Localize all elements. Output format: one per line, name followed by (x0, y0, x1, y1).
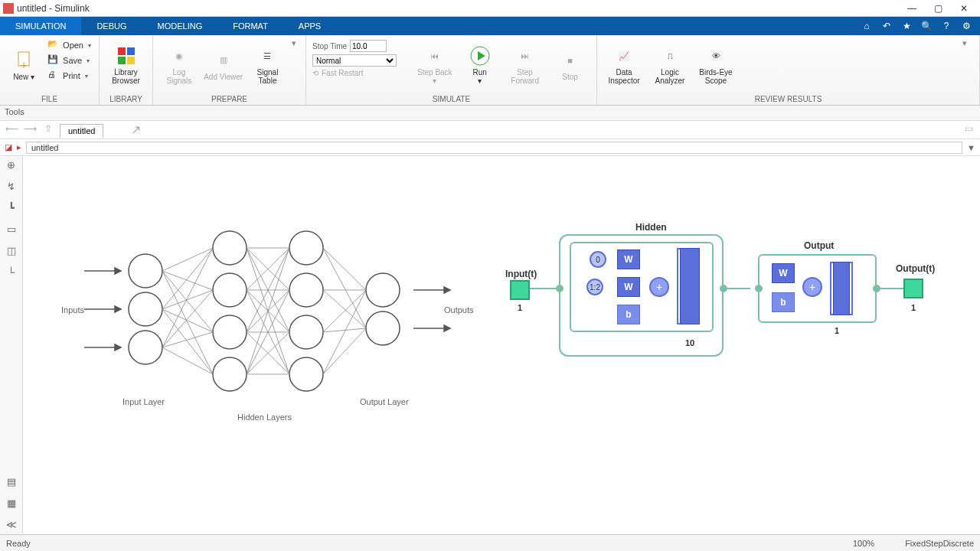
model-canvas[interactable]: Inputs Outputs Input Layer Hidden Layers… (23, 156, 980, 534)
inputs-label: Inputs (61, 305, 84, 315)
status-ready: Ready (6, 539, 31, 548)
data-inspector-icon: 📈 (613, 45, 635, 67)
new-button[interactable]: + New ▾ (6, 38, 41, 92)
hidden-size-label: 10 (685, 338, 694, 347)
print-label: Print (63, 71, 80, 80)
palette-tool-2-icon[interactable]: ┗ (4, 202, 19, 217)
library-browser-button[interactable]: Library Browser (106, 38, 146, 92)
nav-back-button[interactable]: ⟵ (5, 123, 18, 137)
tab-overflow-icon[interactable]: ↗ (131, 122, 141, 137)
hidden-layers-label: Hidden Layers (237, 412, 292, 422)
svg-line-59 (323, 248, 366, 290)
settings-icon[interactable]: ⚙ (960, 20, 972, 32)
svg-line-63 (323, 290, 366, 332)
zoom-fit-icon[interactable]: ⊕ (4, 159, 19, 174)
status-zoom[interactable]: 100% (853, 539, 874, 548)
home-icon[interactable]: ⌂ (861, 20, 873, 32)
delay-0-block[interactable]: 0 (590, 251, 606, 268)
input-port-block[interactable] (510, 280, 530, 300)
svg-rect-5 (127, 57, 135, 64)
hidden-w1-block[interactable]: W (617, 249, 640, 269)
svg-line-62 (323, 290, 366, 328)
svg-text:+: + (21, 59, 27, 70)
hierarchy-icon[interactable]: ▸ (17, 142, 21, 152)
hidden-sum-block[interactable]: + (649, 277, 669, 297)
sim-mode-select[interactable]: Normal (312, 54, 397, 67)
breadcrumb[interactable]: untitled (26, 142, 962, 154)
svg-marker-13 (115, 344, 121, 350)
tab-format[interactable]: FORMAT (217, 17, 283, 35)
nav-forward-button[interactable]: ⟶ (23, 123, 37, 137)
open-label: Open (63, 41, 83, 50)
tab-simulation[interactable]: SIMULATION (0, 17, 81, 35)
delay-12-block[interactable]: 1:2 (586, 279, 603, 295)
library-browser-label: Library Browser (106, 68, 146, 85)
log-signals-label: Log Signals (159, 68, 199, 85)
close-button[interactable]: ✕ (951, 3, 977, 14)
search-icon[interactable]: 🔍 (920, 20, 933, 32)
document-tab[interactable]: untitled (60, 124, 103, 138)
log-signals-icon: ◉ (168, 45, 190, 67)
run-icon (469, 45, 491, 67)
output-tall-block[interactable] (833, 262, 850, 315)
palette-tool-4-icon[interactable]: ◫ (4, 245, 19, 260)
stop-icon: ■ (560, 50, 581, 71)
palette-bottom-1-icon[interactable]: ▤ (4, 476, 19, 491)
save-icon: 💾 (47, 54, 60, 67)
open-button[interactable]: 📂Open▾ (46, 38, 93, 52)
step-back-button[interactable]: ⏮ Step Back ▾ (414, 38, 455, 92)
hidden-b-block[interactable]: b (617, 305, 640, 324)
undo-icon[interactable]: ↶ (880, 20, 893, 32)
output-w-block[interactable]: W (772, 263, 795, 283)
run-button[interactable]: Run▾ (459, 38, 500, 92)
print-button[interactable]: 🖨Print▾ (46, 69, 93, 83)
nav-up-button[interactable]: ⇧ (41, 123, 55, 137)
step-forward-button[interactable]: ⏭ Step Forward (505, 38, 545, 92)
palette-tool-1-icon[interactable]: ↯ (4, 181, 19, 196)
palette-tool-5-icon[interactable]: └ (4, 266, 19, 282)
help-icon[interactable]: ? (940, 20, 952, 32)
svg-point-20 (129, 331, 162, 364)
simulate-group-label: SIMULATE (312, 93, 590, 103)
palette-tool-3-icon[interactable]: ▭ (4, 223, 19, 239)
stop-time-label: Stop Time (312, 42, 347, 51)
birds-eye-scope-button[interactable]: 👁 Birds-Eye Scope (695, 38, 737, 92)
hidden-tall-block[interactable] (680, 248, 700, 324)
favorite-icon[interactable]: ★ (900, 20, 913, 32)
step-back-icon: ⏮ (424, 45, 446, 67)
status-solver[interactable]: FixedStepDiscrete (905, 539, 974, 548)
output-out-node (873, 285, 880, 292)
step-forward-icon: ⏭ (514, 45, 536, 67)
output-sum-block[interactable]: + (802, 277, 822, 297)
stop-button[interactable]: ■ Stop (550, 38, 590, 92)
signal-table-button[interactable]: ☰ Signal Table (248, 38, 288, 92)
svg-point-29 (366, 273, 400, 307)
tab-menu-icon[interactable]: ▭ (962, 123, 975, 137)
breadcrumb-dropdown-icon[interactable]: ▼ (967, 143, 975, 152)
svg-marker-11 (115, 306, 121, 312)
hidden-out-node (720, 285, 727, 292)
tab-modeling[interactable]: MODELING (142, 17, 218, 35)
svg-marker-17 (444, 325, 450, 331)
svg-marker-9 (115, 268, 121, 274)
palette-bottom-3-icon[interactable]: ≪ (4, 519, 19, 534)
add-viewer-button[interactable]: ▥ Add Viewer (204, 38, 243, 92)
output-port-block[interactable] (903, 279, 923, 298)
logic-analyzer-button[interactable]: ⎍ Logic Analyzer (649, 38, 691, 92)
data-inspector-button[interactable]: 📈 Data Inspector (603, 38, 645, 92)
save-label: Save (63, 56, 82, 65)
fast-restart-button[interactable]: ⟲ Fast Restart (312, 69, 410, 77)
maximize-button[interactable]: ▢ (925, 3, 951, 14)
output-b-block[interactable]: b (772, 292, 795, 312)
hidden-in-node (556, 285, 564, 292)
outputs-label: Outputs (444, 305, 474, 315)
save-button[interactable]: 💾Save▾ (46, 54, 93, 67)
tab-apps[interactable]: APPS (283, 17, 336, 35)
hidden-w2-block[interactable]: W (617, 277, 640, 297)
minimize-button[interactable]: — (899, 3, 925, 14)
stop-time-input[interactable] (350, 40, 387, 52)
ribbon-expand-icon[interactable]: ▾ (962, 38, 973, 48)
palette-bottom-2-icon[interactable]: ▦ (4, 497, 19, 513)
tab-debug[interactable]: DEBUG (81, 17, 142, 35)
log-signals-button[interactable]: ◉ Log Signals (159, 38, 199, 92)
